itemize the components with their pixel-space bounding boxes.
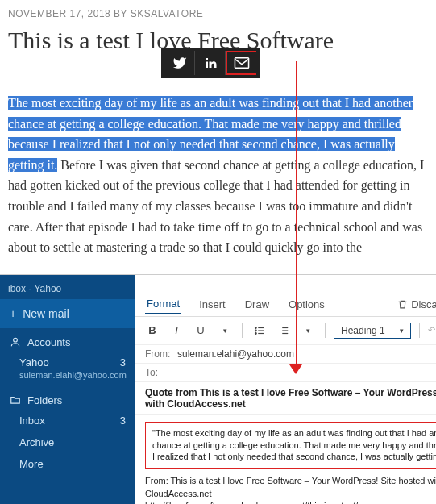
compose-pane: — ▢ ✕ Format Insert Draw Options Discard… [135,275,436,504]
inbox-label: Inbox [19,414,45,427]
folders-label: Folders [27,394,62,406]
undo-button[interactable]: ↶ Undo [428,325,436,335]
discard-button[interactable]: Discard [397,298,436,310]
svg-point-3 [255,330,256,331]
tab-draw[interactable]: Draw [243,295,271,314]
format-toolbar: B I U ▾ ▾ Heading 1 ▾ ↶ Undo ↷ [135,317,436,345]
folders-icon [10,394,21,406]
list-options-button[interactable]: ▾ [299,322,317,339]
article-region: NOVEMBER 17, 2018 BY SKSALVATORE This is… [0,0,436,274]
quote-block[interactable]: "The most exciting day of my life as an … [145,422,436,469]
annotation-arrow-head [289,364,302,374]
heading-select[interactable]: Heading 1 ▾ [334,323,411,339]
to-row: To: Cc & Bcc [135,364,436,382]
share-twitter-button[interactable] [164,51,195,75]
sidebar-inbox-item[interactable]: Inbox 3 [0,410,135,431]
tab-options[interactable]: Options [287,295,326,314]
account-count: 3 [120,356,126,369]
underline-button[interactable]: U [192,322,210,339]
numbers-icon [278,325,289,336]
from-value[interactable]: suleman.elahi@yahoo.com [177,348,436,360]
svg-point-4 [255,332,256,334]
new-mail-button[interactable]: + New mail [0,299,135,328]
tab-format[interactable]: Format [145,294,181,314]
compose-tabs: Format Insert Draw Options Discard Send [135,291,436,317]
from-row: From: suleman.elahi@yahoo.com [135,345,436,364]
sidebar-accounts-header[interactable]: Accounts [0,328,135,352]
heading-select-label: Heading 1 [341,325,385,336]
account-email: suleman.elahi@yahoo.com [0,370,135,386]
italic-button[interactable]: I [168,322,185,339]
font-options-button[interactable]: ▾ [216,322,234,339]
annotation-arrow-line [296,61,297,368]
accounts-icon [10,336,21,348]
svg-point-1 [14,339,18,343]
share-linkedin-button[interactable] [195,51,226,75]
sidebar-more-item[interactable]: More [0,453,135,475]
svg-point-2 [255,327,256,328]
more-label: More [19,458,44,470]
share-email-button[interactable] [226,51,256,75]
twitter-icon [172,56,187,70]
chevron-down-icon: ▾ [400,327,404,335]
window-controls: — ▢ ✕ [135,275,436,291]
sidebar-window-title: ibox - Yahoo [0,275,135,299]
body-line-2: http://ilovefreesoftware.cloudaccess.hos… [145,500,436,504]
plus-icon: + [10,307,16,320]
subject-row[interactable]: Quote from This is a test I love Free So… [135,382,436,415]
account-name: Yahoo [19,356,49,369]
archive-label: Archive [19,436,54,448]
sidebar-folders-header[interactable]: Folders [0,386,135,410]
sidebar-account-item[interactable]: Yahoo 3 [0,352,135,370]
share-bar [161,48,260,78]
trash-icon [397,299,408,310]
bullet-list-button[interactable] [251,322,268,339]
body-line-1: From: This is a test I love Free Softwar… [145,475,436,500]
undo-icon: ↶ [428,325,435,335]
svg-rect-0 [235,58,248,68]
linkedin-icon [203,56,218,70]
mail-app: ibox - Yahoo + New mail Accounts Yahoo 3… [0,274,436,504]
number-list-button[interactable] [275,322,293,339]
sidebar-archive-item[interactable]: Archive [0,431,135,453]
from-label: From: [145,348,177,360]
bold-button[interactable]: B [143,322,161,339]
email-icon [234,57,250,69]
accounts-label: Accounts [27,336,70,348]
post-meta: NOVEMBER 17, 2018 BY SKSALVATORE [8,8,428,19]
bullets-icon [254,325,265,336]
article-body: The most exciting day of my life as an a… [8,93,428,258]
mail-sidebar: ibox - Yahoo + New mail Accounts Yahoo 3… [0,275,135,504]
article-rest: Before I was given that second chance at… [8,158,424,254]
inbox-count: 3 [120,414,126,427]
new-mail-label: New mail [23,307,69,320]
to-label: To: [145,367,177,378]
tab-insert[interactable]: Insert [197,295,227,314]
body-source-block[interactable]: From: This is a test I love Free Softwar… [135,475,436,504]
